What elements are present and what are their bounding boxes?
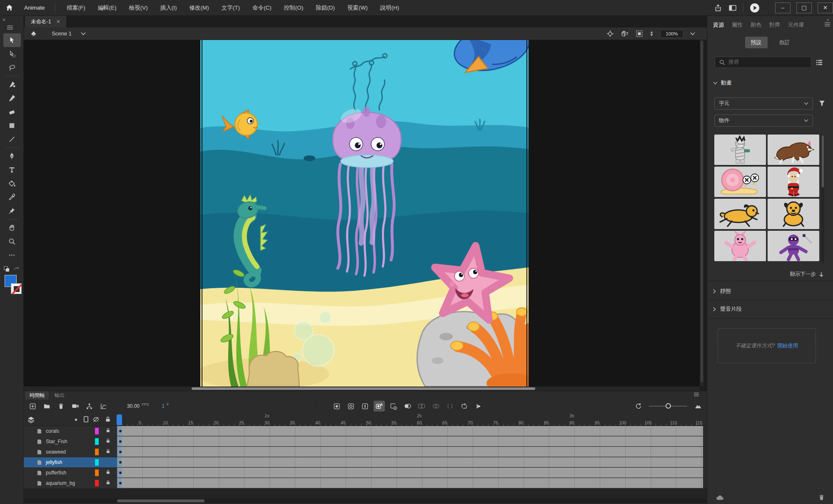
get-started-link[interactable]: 開始使用: [777, 342, 798, 349]
camera-icon[interactable]: [70, 401, 81, 412]
layer-row-pufferfish[interactable]: pufferfish: [24, 468, 707, 478]
scene-name[interactable]: Scene 1: [52, 30, 72, 37]
timeline-tab-1[interactable]: 輸出: [50, 391, 69, 399]
graph-editor-icon[interactable]: [98, 401, 109, 412]
sync-icon[interactable]: [716, 494, 725, 501]
layer-item-aquarium_bg[interactable]: aquarium_bg: [24, 478, 117, 488]
zoom-stepper[interactable]: ▲▼: [650, 31, 653, 37]
keyframe-icon[interactable]: [331, 401, 342, 412]
panel-tab-0[interactable]: 資源: [713, 21, 724, 29]
workspace-layout-icon[interactable]: [728, 4, 737, 12]
playhead[interactable]: [117, 414, 122, 425]
frame-strip-pufferfish[interactable]: [117, 468, 703, 478]
share-icon[interactable]: [714, 4, 722, 12]
reset-colors-icon[interactable]: [13, 266, 20, 272]
delete-icon[interactable]: [55, 401, 67, 412]
onion-outline-icon[interactable]: [430, 401, 441, 412]
new-folder-icon[interactable]: [41, 401, 52, 412]
panel-menu-icon[interactable]: [824, 22, 831, 27]
rock-coral-graphic[interactable]: [417, 308, 529, 387]
pin-tool[interactable]: [3, 204, 21, 218]
close-document-icon[interactable]: ✕: [56, 19, 60, 25]
mode-tab-1[interactable]: 自訂: [773, 37, 796, 48]
object-filter-dropdown[interactable]: 物件: [714, 115, 813, 127]
menu-item-3[interactable]: 插入(I): [160, 4, 177, 12]
menu-item-1[interactable]: 編輯(E): [98, 4, 117, 12]
rectangle-tool[interactable]: [3, 119, 21, 132]
pen-tool[interactable]: [3, 149, 21, 163]
zoom-level-input[interactable]: 100%: [660, 30, 683, 38]
menu-item-7[interactable]: 控制(O): [284, 4, 304, 12]
highlight-dot-icon[interactable]: [75, 418, 77, 421]
lock-icon[interactable]: [104, 448, 112, 454]
layer-row-aquarium_bg[interactable]: aquarium_bg: [24, 478, 707, 488]
more-tool[interactable]: [3, 248, 21, 262]
static-section-header[interactable]: 靜態: [713, 287, 731, 295]
asset-thumbnail-werewolf[interactable]: [768, 135, 819, 165]
asset-thumbnail-snail[interactable]: [714, 167, 766, 197]
remove-frame-icon[interactable]: [388, 401, 399, 412]
fluid-brush-tool[interactable]: [3, 77, 21, 91]
asset-thumbnail-ninja[interactable]: [768, 231, 819, 261]
layer-parenting-icon[interactable]: [84, 401, 95, 412]
show-next-link[interactable]: 顯示下一步: [790, 271, 824, 278]
mode-tab-0[interactable]: 預設: [745, 37, 768, 48]
hide-all-layers-icon[interactable]: [92, 416, 100, 423]
selection-tool[interactable]: [3, 33, 21, 47]
layer-row-seaweed[interactable]: seaweed: [24, 447, 707, 457]
lasso-tool[interactable]: [3, 61, 21, 75]
menu-item-10[interactable]: 說明(H): [380, 4, 399, 12]
maximize-button[interactable]: ▢: [796, 2, 812, 13]
subselection-tool[interactable]: [3, 47, 21, 61]
menu-item-0[interactable]: 檔案(F): [67, 4, 85, 12]
expand-panel-icon[interactable]: »: [827, 17, 828, 22]
rotate-view-icon[interactable]: [621, 30, 629, 37]
menu-item-8[interactable]: 除錯(D): [316, 4, 335, 12]
frame-strip-seaweed[interactable]: [117, 447, 703, 457]
layer-color-swatch[interactable]: [95, 438, 99, 445]
layer-color-swatch[interactable]: [95, 459, 99, 466]
loop-icon[interactable]: [459, 401, 470, 412]
delete-asset-icon[interactable]: [818, 494, 825, 501]
document-tab[interactable]: 未命名-1 ✕: [25, 16, 66, 27]
line-tool[interactable]: [3, 132, 21, 146]
animation-section-header[interactable]: 動畫: [713, 79, 732, 87]
panel-tab-2[interactable]: 顏色: [751, 21, 761, 29]
clip-content-icon[interactable]: [636, 30, 643, 37]
layer-item-jellyfish[interactable]: jellyfish: [24, 457, 117, 467]
menu-item-5[interactable]: 文字(T): [222, 4, 240, 12]
toolbar-drawer-icon[interactable]: [7, 25, 13, 30]
app-name[interactable]: Animate: [24, 5, 45, 11]
fps-value[interactable]: 30.00: [127, 403, 140, 409]
onion-skin-icon[interactable]: [402, 401, 413, 412]
slider-knob[interactable]: [666, 403, 671, 409]
lock-icon[interactable]: [104, 479, 112, 485]
onion-range-icon[interactable]: [444, 401, 456, 412]
edit-multiple-frames-icon[interactable]: [416, 401, 427, 412]
outline-mode-icon[interactable]: [83, 416, 89, 423]
paint-bucket-tool[interactable]: [3, 177, 21, 190]
lock-icon[interactable]: [104, 438, 112, 444]
layers-stack-icon[interactable]: [27, 416, 35, 424]
layer-row-Star_Fish[interactable]: Star_Fish: [24, 437, 707, 447]
minimize-button[interactable]: –: [775, 2, 791, 13]
asset-thumbnail-dog-sitting[interactable]: [768, 199, 819, 229]
layer-item-pufferfish[interactable]: pufferfish: [24, 468, 117, 478]
auto-keyframe-icon[interactable]: [374, 401, 385, 412]
search-input[interactable]: 搜尋: [715, 57, 811, 68]
center-stage-icon[interactable]: [606, 30, 614, 37]
timeline-tab-0[interactable]: 時間軸: [25, 391, 49, 399]
eyedropper-tool[interactable]: [3, 190, 21, 204]
stroke-color-swatch[interactable]: [11, 283, 22, 294]
chevron-down-icon[interactable]: [81, 32, 86, 35]
layer-row-jellyfish[interactable]: jellyfish: [24, 457, 707, 467]
asset-thumbnail-santa[interactable]: [768, 167, 819, 197]
test-movie-icon[interactable]: [749, 2, 760, 13]
close-button[interactable]: ✕: [818, 2, 833, 13]
layer-row-corals[interactable]: corals: [24, 426, 707, 436]
layer-item-Star_Fish[interactable]: Star_Fish: [24, 437, 117, 447]
layer-color-swatch[interactable]: [95, 449, 99, 455]
frame-ruler[interactable]: 5101520253035404550556065707580859095100…: [117, 413, 703, 426]
text-tool[interactable]: [3, 163, 21, 177]
play-icon[interactable]: [473, 401, 484, 412]
